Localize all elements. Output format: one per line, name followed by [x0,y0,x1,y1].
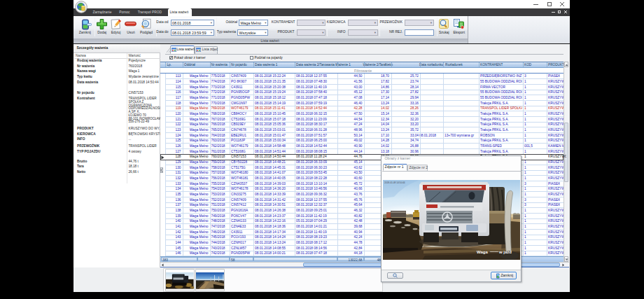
svg-text:w jazd: w jazd [498,249,512,253]
svg-text:2018-01-08 14:50:44: 2018-01-08 14:50:44 [384,181,405,183]
svg-text:——: —— [490,249,498,253]
svg-text:Waga: Waga [477,249,488,253]
